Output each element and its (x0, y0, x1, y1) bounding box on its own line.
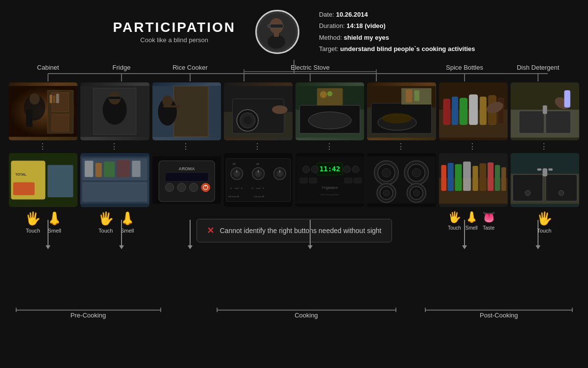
image-fridge-1 (152, 82, 221, 140)
images-row-1 (9, 82, 579, 140)
svg-rect-167 (300, 178, 308, 183)
image-stove-burners (367, 153, 436, 207)
svg-text:lo: lo (230, 186, 232, 189)
svg-text:hi: hi (263, 186, 264, 189)
dots-cabinet-2: ⋮ (80, 142, 149, 151)
image-ricecooker-bottom: AROMA (152, 153, 221, 207)
svg-rect-202 (542, 168, 547, 176)
svg-rect-57 (52, 114, 69, 131)
image-cabinet-2 (80, 82, 149, 140)
svg-text:Post-Cooking: Post-Cooking (480, 312, 518, 319)
svg-rect-72 (163, 105, 180, 107)
svg-rect-198 (513, 174, 542, 201)
svg-rect-124 (132, 160, 141, 177)
svg-rect-69 (173, 86, 208, 136)
page-title: PARTICIPATION (113, 20, 236, 35)
info-block: Date: 10.26.2014 Duration: 14:18 (video)… (319, 9, 475, 55)
sense-row: 🖐 Touch 👃 Smell 🖐 Touch (9, 211, 579, 250)
image-cabinet-bottom-2 (80, 153, 149, 207)
svg-rect-60 (56, 94, 59, 103)
svg-rect-168 (309, 178, 317, 183)
touch-label-fridge: Touch (98, 228, 113, 234)
svg-rect-116 (13, 182, 35, 195)
method-label: Method: (319, 34, 342, 41)
svg-rect-170 (354, 178, 362, 183)
svg-rect-54 (26, 109, 32, 127)
svg-text:off: off (232, 162, 235, 165)
dots-fridge: ⋮ (152, 142, 221, 151)
svg-rect-101 (480, 97, 486, 125)
svg-rect-59 (53, 95, 55, 103)
svg-rect-100 (469, 94, 478, 124)
svg-rect-191 (472, 166, 478, 191)
svg-rect-169 (344, 178, 352, 183)
sense-cabinet-1: 🖐 Touch 👃 Smell (9, 211, 79, 250)
title-block: PARTICIPATION Cook like a blind person (113, 20, 236, 44)
svg-point-178 (412, 168, 421, 177)
svg-rect-66 (109, 96, 121, 99)
smell-icon-fridge: 👃 (120, 211, 135, 226)
svg-rect-109 (542, 105, 547, 114)
svg-text:med: med (235, 186, 239, 189)
svg-rect-194 (494, 165, 500, 191)
images-row-2: TOTAL (9, 153, 579, 207)
svg-point-181 (384, 190, 390, 196)
svg-rect-107 (519, 111, 544, 133)
svg-rect-99 (460, 98, 467, 124)
dots-spice: ⋮ (439, 142, 508, 151)
duration-label: Duration: (319, 22, 345, 29)
image-stove1-1 (224, 82, 293, 140)
dots-cabinet: ⋮ (9, 142, 77, 151)
header: PARTICIPATION Cook like a blind person D… (0, 0, 588, 60)
taste-icon-spice: 👅 (482, 211, 495, 224)
error-message: Cannot identify the right buttons needed… (220, 227, 382, 235)
smell-label-fridge: Smell (121, 228, 134, 234)
svg-rect-58 (49, 94, 52, 103)
svg-rect-115 (48, 165, 74, 197)
method-value: shield my eyes (344, 34, 390, 41)
svg-text:off: off (256, 162, 259, 165)
svg-point-131 (177, 183, 186, 192)
image-cabinet-bottom-1: TOTAL (9, 153, 77, 207)
dots-dish: ⋮ (511, 142, 579, 151)
svg-point-130 (165, 183, 174, 192)
image-spice-1 (439, 82, 508, 140)
svg-text:TOTAL: TOTAL (15, 173, 26, 176)
svg-point-161 (303, 166, 310, 173)
duration-value: 14:18 (video) (346, 22, 385, 29)
svg-rect-190 (463, 161, 471, 191)
image-spice-bottom (439, 153, 508, 207)
svg-rect-97 (443, 99, 450, 125)
svg-rect-203 (537, 168, 541, 170)
touch-label-dish: Touch (537, 228, 551, 234)
touch-icon-cabinet1: 🖐 (25, 211, 41, 226)
svg-text:left front 88: left front 88 (228, 195, 239, 198)
page-subtitle: Cook like a blind person (113, 36, 236, 44)
svg-rect-123 (117, 159, 130, 177)
svg-text:Self Cleaning Oven: Self Cleaning Oven (320, 193, 339, 195)
svg-rect-125 (83, 182, 147, 201)
touch-label-spice: Touch (448, 225, 461, 231)
image-stove-control-1: off off lo med hi lo med (224, 153, 293, 207)
smell-icon-spice: 👃 (465, 211, 478, 224)
main-visualization: Cabinet Fridge Rice Cooker Electric Stov… (9, 60, 579, 266)
svg-point-85 (320, 91, 327, 98)
svg-rect-98 (452, 97, 458, 125)
image-dish-bottom (511, 153, 579, 207)
image-stove-frigidaire: 11:42 Frigidaire Self Cleaning Oven (295, 153, 364, 207)
svg-rect-189 (455, 164, 462, 190)
svg-rect-94 (415, 90, 420, 101)
svg-rect-108 (546, 111, 571, 133)
sense-fridge: 🖐 Touch 👃 Smell (82, 211, 152, 250)
svg-point-4 (268, 35, 285, 49)
svg-rect-195 (501, 167, 506, 190)
svg-text:11:42: 11:42 (319, 164, 340, 172)
error-area: ✕ Cannot identify the right buttons need… (154, 211, 434, 250)
svg-point-132 (189, 183, 198, 192)
date-value: 10.26.2014 (336, 11, 368, 18)
svg-point-164 (352, 166, 359, 173)
svg-point-184 (414, 190, 419, 196)
smell-label-spice: Smell (466, 225, 478, 231)
svg-point-53 (29, 93, 40, 105)
svg-point-175 (382, 168, 391, 177)
